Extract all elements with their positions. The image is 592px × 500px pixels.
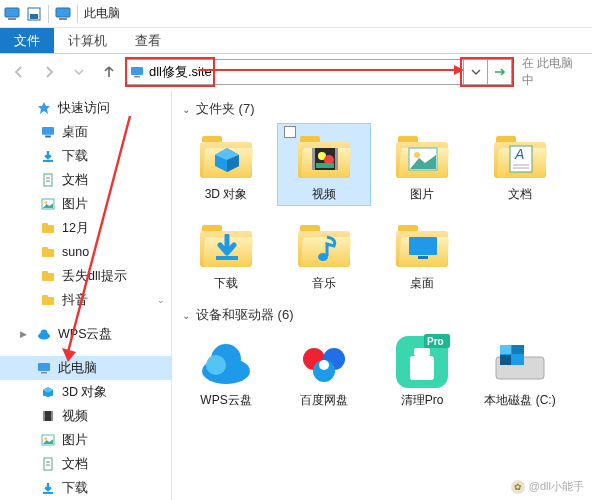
group-header-drives[interactable]: ⌄ 设备和驱动器 (6) [182, 306, 584, 324]
folder-item-3d[interactable]: 3D 对象 [180, 124, 272, 205]
item-label: 文档 [476, 186, 564, 203]
drive-item-baidu[interactable]: 百度网盘 [278, 330, 370, 411]
address-dropdown-button[interactable] [463, 60, 487, 84]
window-title: 此电脑 [84, 5, 120, 22]
sidebar-item-suno[interactable]: suno [0, 240, 171, 264]
desktop-folder-icon [392, 217, 452, 273]
svg-rect-4 [56, 8, 70, 17]
baidu-icon [294, 334, 354, 390]
svg-rect-1 [8, 18, 16, 20]
folder-icon [40, 220, 56, 236]
svg-point-20 [44, 201, 47, 204]
folder-item-document[interactable]: A文档 [474, 124, 566, 205]
disk-icon [490, 334, 550, 390]
picture-folder-icon [392, 128, 452, 184]
item-label: WPS云盘 [182, 392, 270, 409]
nav-up-button[interactable] [96, 59, 122, 85]
svg-point-30 [41, 330, 48, 337]
svg-point-54 [414, 152, 420, 158]
wps-icon [196, 334, 256, 390]
checkbox[interactable] [284, 126, 296, 138]
sidebar-item-label: 文档 [62, 456, 88, 473]
item-label: 清理Pro [378, 392, 466, 409]
svg-rect-36 [43, 411, 45, 421]
folder-item-desktop[interactable]: 桌面 [376, 213, 468, 294]
document-folder-icon: A [490, 128, 550, 184]
address-go-button[interactable] [487, 60, 511, 84]
item-label: 桌面 [378, 275, 466, 292]
sidebar-item-label: 文档 [62, 172, 88, 189]
group-header-folders[interactable]: ⌄ 文件夹 (7) [182, 100, 584, 118]
content-pane: ⌄ 文件夹 (7) 3D 对象视频图片A文档下载音乐桌面 ⌄ 设备和驱动器 (6… [172, 90, 592, 500]
pc-icon [127, 65, 147, 79]
svg-rect-16 [44, 174, 52, 186]
tab-view[interactable]: 查看 [121, 28, 175, 53]
drive-item-cleaner[interactable]: Pro清理Pro [376, 330, 468, 411]
sidebar-item-12月[interactable]: 12月 [0, 216, 171, 240]
sidebar-item-label: 下载 [62, 148, 88, 165]
svg-rect-32 [41, 372, 47, 374]
svg-marker-12 [38, 102, 50, 114]
sidebar-item-文档[interactable]: 文档 [0, 452, 171, 476]
nav-history-dropdown[interactable] [66, 59, 92, 85]
sidebar-quick-access[interactable]: 快速访问 [0, 96, 171, 120]
sidebar-item-丢失dll提示[interactable]: 丢失dll提示 [0, 264, 171, 288]
address-bar[interactable] [126, 59, 512, 85]
sidebar-item-抖音[interactable]: 抖音⌄ [0, 288, 171, 312]
sidebar-item-label: 丢失dll提示 [62, 268, 127, 285]
svg-rect-23 [42, 249, 54, 257]
svg-rect-28 [42, 295, 48, 298]
sidebar-item-3D 对象[interactable]: 3D 对象 [0, 380, 171, 404]
item-label: 本地磁盘 (C:) [476, 392, 564, 409]
navigation-pane: 快速访问 桌面下载文档图片12月suno丢失dll提示抖音⌄ ▶ WPS云盘 此… [0, 90, 172, 500]
sidebar-item-图片[interactable]: 图片 [0, 428, 171, 452]
sidebar-item-label: 下载 [62, 480, 88, 497]
sidebar-item-图片[interactable]: 图片 [0, 192, 171, 216]
cleaner-icon: Pro [392, 334, 452, 390]
svg-rect-78 [512, 345, 524, 354]
svg-rect-59 [216, 256, 238, 260]
tab-computer[interactable]: 计算机 [54, 28, 121, 53]
nav-back-button[interactable] [6, 59, 32, 85]
sidebar-item-视频[interactable]: 视频 [0, 404, 171, 428]
svg-rect-40 [44, 458, 52, 470]
folder-icon [40, 244, 56, 260]
sidebar-item-下载[interactable]: 下载 [0, 144, 171, 168]
star-icon [36, 100, 52, 116]
sidebar-item-label: 3D 对象 [62, 384, 107, 401]
folder-item-music[interactable]: 音乐 [278, 213, 370, 294]
tab-file[interactable]: 文件 [0, 28, 54, 53]
sidebar-item-文档[interactable]: 文档 [0, 168, 171, 192]
sidebar-item-下载[interactable]: 下载 [0, 476, 171, 500]
svg-rect-13 [42, 127, 54, 135]
item-label: 3D 对象 [182, 186, 270, 203]
drive-item-wps[interactable]: WPS云盘 [180, 330, 272, 411]
svg-rect-6 [131, 67, 143, 75]
item-label: 视频 [280, 186, 368, 203]
group-label: 文件夹 (7) [196, 100, 255, 118]
save-icon[interactable] [26, 6, 42, 22]
folder-item-video[interactable]: 视频 [278, 124, 370, 205]
folder-item-picture[interactable]: 图片 [376, 124, 468, 205]
svg-rect-25 [42, 273, 54, 281]
svg-text:A: A [514, 146, 524, 162]
address-input[interactable] [147, 60, 463, 84]
svg-rect-49 [335, 148, 338, 170]
item-label: 百度网盘 [280, 392, 368, 409]
drive-item-disk[interactable]: 本地磁盘 (C:) [474, 330, 566, 411]
sidebar-this-pc[interactable]: 此电脑 [0, 356, 171, 380]
group-label: 设备和驱动器 (6) [196, 306, 294, 324]
svg-rect-37 [51, 411, 53, 421]
sidebar-item-桌面[interactable]: 桌面 [0, 120, 171, 144]
separator [48, 5, 49, 23]
search-placeholder[interactable]: 在 此电脑 中 [516, 55, 586, 89]
video-icon [40, 408, 56, 424]
download-icon [40, 480, 56, 496]
folder-icon [40, 292, 56, 308]
pc-icon-small [55, 6, 71, 22]
folder-item-download[interactable]: 下载 [180, 213, 272, 294]
watermark: ✿ @dll小能手 [511, 479, 584, 494]
sidebar-wps[interactable]: ▶ WPS云盘 [0, 322, 171, 346]
svg-rect-43 [43, 492, 53, 494]
nav-forward-button[interactable] [36, 59, 62, 85]
